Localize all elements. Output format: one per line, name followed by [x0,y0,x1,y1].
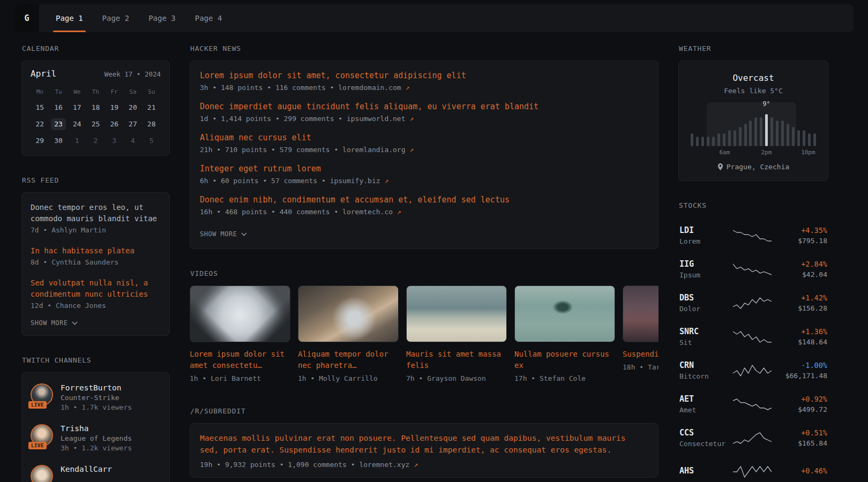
reddit-post-title[interactable]: Maecenas mollis pulvinar erat non posuer… [200,432,648,456]
stock-row[interactable]: SNRC Sit +1.36% $148.64 [679,320,827,353]
stock-values: +0.51% $165.84 [773,428,827,447]
stock-row[interactable]: CRN Bitcorn -1.00% $66,171.48 [679,353,827,387]
calendar-day-header: Tu [49,87,68,97]
avatar-image [31,465,53,482]
calendar-header: April Week 17 • 2024 [31,69,161,79]
video-card[interactable]: Suspendisse diam 18h • Tara [623,285,659,382]
stock-price: $42.04 [773,270,827,278]
hn-item: Integer eget rutrum lorem 6h • 60 points… [200,164,648,185]
stock-ticker: AET [679,394,732,404]
weather-peak-temp: 9° [762,100,770,108]
videos-section-title: VIDEOS [190,269,659,277]
rss-item-title[interactable]: Donec tempor eros leo, ut commodo mauris… [31,202,161,224]
video-card[interactable]: Nullam posuere cursus ex 17h • Stefan Co… [514,285,615,382]
calendar-day: 28 [144,118,159,130]
video-title[interactable]: Nullam posuere cursus ex [514,349,615,371]
weather-bar [760,117,762,146]
video-thumbnail[interactable] [190,285,290,342]
video-thumbnail[interactable] [514,285,615,342]
hn-item-meta: 1d • 1,414 points • 299 comments • ipsum… [200,115,648,123]
stock-price: $156.28 [773,304,827,312]
rss-item-meta: 12d • Chance Jones [31,302,161,310]
stock-row[interactable]: DBS Dolor +1.42% $156.28 [679,286,827,320]
weather-bar [696,137,699,146]
external-link-icon: ↗ [414,461,418,469]
avatar: LIVE [31,424,53,447]
channel-name[interactable]: KendallCarr [61,465,112,473]
hn-item-title[interactable]: Donec enim nibh, condimentum et accumsan… [200,195,648,205]
stock-name: Bitcorn [679,372,732,380]
show-more-label: SHOW MORE [31,319,68,327]
video-title[interactable]: Mauris sit amet massa felis [406,349,507,371]
weather-chart: 9° 6am2pm10pm [691,102,816,156]
weather-location-label: Prague, Czechia [727,163,789,171]
external-link-icon: ↗ [397,208,401,216]
weather-bar [707,137,709,146]
channel-meta: 3h • 1.2k viewers [61,444,132,452]
rss-section-title: RSS FEED [22,176,170,184]
stock-row[interactable]: LDI Lorem +4.35% $795.18 [679,219,827,252]
external-link-icon: ↗ [384,177,388,185]
calendar-day: 25 [88,118,103,130]
stock-name: Amet [679,406,732,414]
app-logo[interactable]: G [14,4,39,32]
channel-name[interactable]: ForrestBurton [61,383,132,392]
video-card[interactable]: Aliquam tempor dolor nec pharetra… 1h • … [298,285,399,382]
hn-item-domain[interactable]: loremdomain.com [338,84,401,92]
hn-item-title[interactable]: Integer eget rutrum lorem [200,164,648,174]
hn-item-title[interactable]: Lorem ipsum dolor sit amet, consectetur … [200,71,648,80]
live-badge: LIVE [28,442,47,449]
video-card[interactable]: Mauris sit amet massa felis 7h • Grayson… [406,285,507,382]
twitch-channel[interactable]: LIVE Trisha League of Legends 3h • 1.2k … [31,418,161,458]
page-tab[interactable]: Page 2 [100,4,132,32]
rss-show-more-button[interactable]: SHOW MORE [31,315,78,333]
hn-section-title: HACKER NEWS [190,44,659,52]
calendar-day: 29 [32,135,47,147]
hn-item-title[interactable]: Aliquam nec cursus elit [200,133,648,142]
video-thumbnail[interactable] [298,285,399,342]
twitch-channel[interactable]: LIVE KendallCarr [31,458,161,482]
rss-item: Donec tempor eros leo, ut commodo mauris… [31,196,161,239]
stock-row[interactable]: AET Amet +0.92% $499.72 [679,387,827,421]
weather-bar [808,133,811,146]
weather-bar [739,127,742,146]
calendar-day: 16 [51,102,66,114]
page-tab[interactable]: Page 1 [53,4,86,32]
rss-item-title[interactable]: In hac habitasse platea [31,245,161,257]
hn-item-domain[interactable]: ipsumify.biz [330,177,380,185]
hn-item-domain[interactable]: loremlandia.org [342,146,405,154]
page-tab[interactable]: Page 4 [192,4,225,32]
stock-row[interactable]: CCS Consectetur +0.51% $165.84 [679,421,827,455]
hn-show-more-button[interactable]: SHOW MORE [200,226,247,244]
twitch-channel[interactable]: LIVE ForrestBurton Counter-Strike 1h • 1… [31,377,161,418]
video-title[interactable]: Aliquam tempor dolor nec pharetra… [298,349,399,371]
stock-row[interactable]: AHS +0.46% [679,455,827,482]
show-more-label: SHOW MORE [200,230,237,238]
stock-id: AET Amet [679,394,732,414]
video-title[interactable]: Lorem ipsum dolor sit amet consectetu… [190,349,290,371]
hn-item-title[interactable]: Donec imperdiet augue tincidunt felis al… [200,102,648,111]
calendar-day: 1 [70,135,85,147]
calendar-day: 21 [144,102,159,114]
video-thumbnail[interactable] [623,285,659,342]
twitch-widget: LIVE ForrestBurton Counter-Strike 1h • 1… [21,372,170,482]
channel-name[interactable]: Trisha [61,424,132,433]
video-title[interactable]: Suspendisse diam [623,349,659,360]
video-thumbnail[interactable] [406,285,507,342]
hn-item-domain[interactable]: loremtech.co [342,208,393,216]
calendar-grid: MoTuWeThFrSaSu15161718192021222324252627… [31,87,161,147]
hn-item: Aliquam nec cursus elit 21h • 710 points… [200,133,648,154]
video-card[interactable]: Lorem ipsum dolor sit amet consectetu… 1… [190,285,290,382]
stock-id: CCS Consectetur [679,428,732,448]
reddit-post-domain[interactable]: loremnet.xyz [359,461,409,469]
hn-item-domain[interactable]: ipsumworld.net [347,115,406,123]
page-tab[interactable]: Page 3 [146,4,178,32]
channel-game: League of Legends [61,434,132,442]
stock-values: +1.42% $156.28 [773,293,827,312]
hn-meta-text: 3h • 148 points • 116 comments • [200,84,338,92]
stock-row[interactable]: IIG Ipsum +2.84% $42.04 [679,252,827,286]
reddit-meta-text: 19h • 9,932 points • 1,090 comments • [200,461,359,469]
subreddit-section-title: /R/SUBREDDIT [190,407,659,415]
rss-item-title[interactable]: Sed volutpat nulla nisl, a condimentum n… [31,277,161,300]
stock-values: +1.36% $148.64 [773,327,827,346]
